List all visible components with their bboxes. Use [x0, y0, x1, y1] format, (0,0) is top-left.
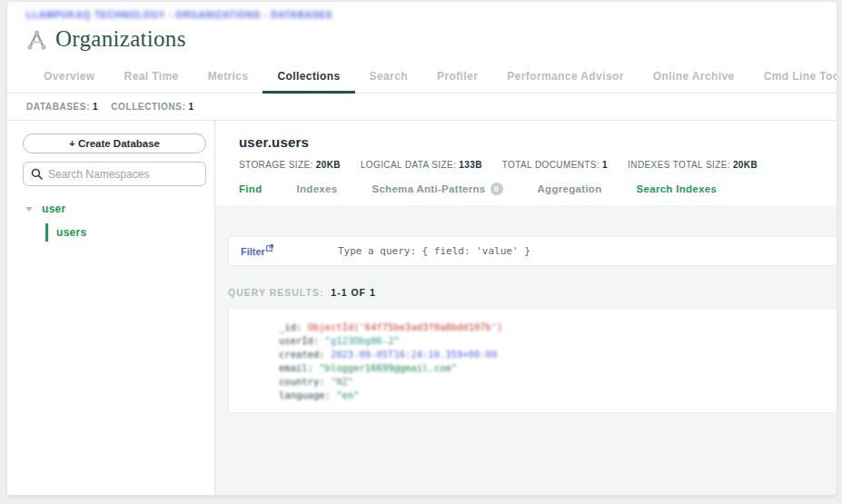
main-tabs: Overview Real Time Metrics Collections S… — [7, 64, 837, 94]
tab-collections[interactable]: Collections — [263, 64, 354, 94]
collection-panel: user.users STORAGE SIZE:20KB LOGICAL DAT… — [215, 121, 837, 495]
create-database-button[interactable]: + Create Database — [23, 133, 206, 153]
chevron-down-icon[interactable] — [25, 207, 33, 212]
tab-performance-advisor[interactable]: Performance Advisor — [492, 64, 639, 94]
database-name[interactable]: user — [42, 203, 66, 215]
tab-profiler[interactable]: Profiler — [422, 64, 492, 94]
subtab-find[interactable]: Find — [239, 183, 262, 194]
logical-data-size-stat: LOGICAL DATA SIZE:133B — [361, 160, 482, 170]
edit-filter-icon — [266, 244, 273, 252]
sidebar-item-collection-users[interactable]: users — [45, 223, 206, 242]
subtab-indexes[interactable]: Indexes — [296, 183, 337, 194]
tab-metrics[interactable]: Metrics — [193, 64, 263, 94]
query-results-count: QUERY RESULTS: 1-1 OF 1 — [228, 287, 837, 298]
collection-title: user.users — [239, 134, 837, 150]
document-card[interactable]: _id: ObjectId('64f75be3ad3f0a8bdd107b') … — [228, 308, 837, 413]
search-icon — [31, 168, 43, 180]
tab-online-archive[interactable]: Online Archive — [639, 64, 749, 94]
schema-anti-patterns-badge: 0 — [490, 183, 503, 195]
subtab-schema-anti-patterns[interactable]: Schema Anti-Patterns 0 — [371, 183, 502, 195]
collection-subtabs: Find Indexes Schema Anti-Patterns 0 Aggr… — [239, 183, 837, 205]
tab-cmd-line-tools[interactable]: Cmd Line Tools — [749, 64, 837, 94]
indexes-total-size-stat: INDEXES TOTAL SIZE:20KB — [628, 160, 758, 170]
total-documents-stat: TOTAL DOCUMENTS:1 — [502, 160, 608, 170]
query-area: Filter Type a query: { field: 'value' } … — [215, 205, 837, 495]
document-field-language: language: "en" — [279, 389, 837, 402]
query-input-placeholder[interactable]: Type a query: { field: 'value' } — [338, 245, 530, 257]
page-title: Organizations — [55, 26, 186, 52]
filter-bar[interactable]: Filter Type a query: { field: 'value' } — [228, 236, 837, 266]
collections-count: COLLECTIONS: 1 — [111, 102, 193, 112]
atlas-window: LLAMPUKAQ TECHNOLOGY - ORGANIZATIONS - D… — [6, 1, 837, 496]
database-stats-bar: DATABASES: 1 COLLECTIONS: 1 — [7, 94, 837, 121]
search-namespaces-input[interactable] — [48, 168, 198, 181]
document-field-created: created: 2023-09-05T16:24:10.359+00:00 — [279, 348, 837, 361]
document-field-country: country: "NZ" — [279, 375, 837, 389]
collection-header: user.users STORAGE SIZE:20KB LOGICAL DAT… — [215, 121, 837, 205]
namespace-tree: user users — [23, 203, 206, 242]
sidebar-item-database-user[interactable]: user — [23, 203, 206, 215]
tab-overview[interactable]: Overview — [29, 64, 110, 94]
tab-search[interactable]: Search — [355, 64, 422, 94]
document-field-email: email: "blogger16699@gmail.com" — [279, 361, 837, 375]
collection-name[interactable]: users — [56, 226, 87, 239]
tab-real-time[interactable]: Real Time — [110, 64, 193, 94]
namespaces-sidebar: + Create Database user users — [7, 121, 215, 495]
databases-count: DATABASES: 1 — [26, 102, 98, 112]
document-field-id: _id: ObjectId('64f75be3ad3f0a8bdd107b') — [279, 321, 837, 334]
namespace-search[interactable] — [23, 162, 206, 186]
breadcrumb[interactable]: LLAMPUKAQ TECHNOLOGY - ORGANIZATIONS - D… — [26, 10, 837, 20]
collection-stats: STORAGE SIZE:20KB LOGICAL DATA SIZE:133B… — [239, 160, 837, 170]
document-field-userid: userId: "g123Obg86-2" — [279, 334, 837, 348]
organization-icon — [26, 28, 47, 51]
subtab-aggregation[interactable]: Aggregation — [538, 183, 602, 194]
filter-link[interactable]: Filter — [241, 246, 272, 257]
subtab-search-indexes[interactable]: Search Indexes — [637, 183, 718, 194]
page-header: LLAMPUKAQ TECHNOLOGY - ORGANIZATIONS - D… — [7, 2, 837, 52]
storage-size-stat: STORAGE SIZE:20KB — [239, 160, 341, 170]
